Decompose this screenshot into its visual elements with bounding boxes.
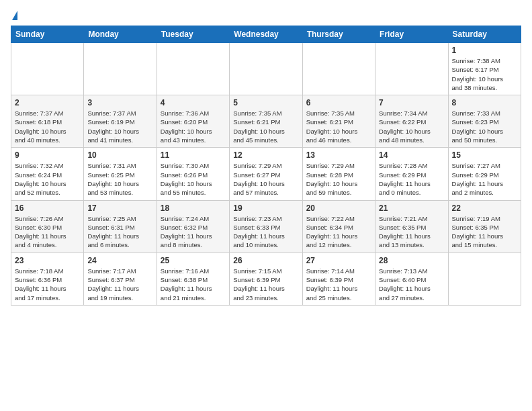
calendar-cell [375, 43, 448, 95]
day-info: Sunrise: 7:17 AM Sunset: 6:37 PM Dayligh… [87, 267, 152, 302]
day-info: Sunrise: 7:19 AM Sunset: 6:35 PM Dayligh… [452, 214, 517, 250]
day-number: 8 [452, 98, 517, 107]
calendar-cell: 12Sunrise: 7:29 AM Sunset: 6:27 PM Dayli… [230, 148, 302, 200]
calendar-cell: 13Sunrise: 7:29 AM Sunset: 6:28 PM Dayli… [302, 148, 375, 200]
day-number: 1 [452, 46, 517, 55]
weekday-header-friday: Friday [375, 26, 448, 43]
day-number: 13 [306, 150, 371, 160]
day-info: Sunrise: 7:29 AM Sunset: 6:27 PM Dayligh… [233, 161, 298, 197]
day-info: Sunrise: 7:30 AM Sunset: 6:26 PM Dayligh… [161, 161, 226, 197]
day-info: Sunrise: 7:34 AM Sunset: 6:22 PM Dayligh… [379, 109, 444, 144]
weekday-header-wednesday: Wednesday [230, 26, 302, 43]
calendar-cell: 19Sunrise: 7:23 AM Sunset: 6:33 PM Dayli… [230, 200, 302, 253]
calendar-cell: 28Sunrise: 7:13 AM Sunset: 6:40 PM Dayli… [375, 253, 448, 305]
calendar-cell: 25Sunrise: 7:16 AM Sunset: 6:38 PM Dayli… [157, 253, 229, 305]
day-info: Sunrise: 7:36 AM Sunset: 6:20 PM Dayligh… [161, 109, 226, 144]
calendar-cell: 22Sunrise: 7:19 AM Sunset: 6:35 PM Dayli… [448, 200, 521, 253]
day-number: 15 [452, 150, 517, 160]
day-info: Sunrise: 7:31 AM Sunset: 6:25 PM Dayligh… [87, 161, 152, 197]
calendar-cell: 17Sunrise: 7:25 AM Sunset: 6:31 PM Dayli… [84, 200, 157, 253]
day-number: 23 [15, 256, 80, 265]
weekday-header-monday: Monday [84, 26, 157, 43]
day-number: 27 [306, 256, 371, 265]
day-number: 26 [233, 256, 298, 265]
calendar-cell: 20Sunrise: 7:22 AM Sunset: 6:34 PM Dayli… [302, 200, 375, 253]
calendar-cell: 21Sunrise: 7:21 AM Sunset: 6:35 PM Dayli… [375, 200, 448, 253]
day-info: Sunrise: 7:18 AM Sunset: 6:36 PM Dayligh… [15, 267, 80, 302]
calendar-cell: 6Sunrise: 7:35 AM Sunset: 6:21 PM Daylig… [302, 95, 375, 148]
page: SundayMondayTuesdayWednesdayThursdayFrid… [0, 0, 532, 411]
week-row-3: 16Sunrise: 7:26 AM Sunset: 6:30 PM Dayli… [11, 200, 521, 253]
calendar-cell [11, 43, 84, 95]
day-number: 24 [87, 256, 152, 265]
calendar-cell: 7Sunrise: 7:34 AM Sunset: 6:22 PM Daylig… [375, 95, 448, 148]
day-info: Sunrise: 7:15 AM Sunset: 6:39 PM Dayligh… [233, 267, 298, 302]
calendar-cell [448, 253, 521, 305]
weekday-header-saturday: Saturday [448, 26, 521, 43]
calendar-cell: 2Sunrise: 7:37 AM Sunset: 6:18 PM Daylig… [11, 95, 84, 148]
calendar-cell: 18Sunrise: 7:24 AM Sunset: 6:32 PM Dayli… [157, 200, 229, 253]
day-info: Sunrise: 7:23 AM Sunset: 6:33 PM Dayligh… [233, 214, 298, 250]
day-number: 22 [452, 203, 517, 213]
week-row-1: 2Sunrise: 7:37 AM Sunset: 6:18 PM Daylig… [11, 95, 521, 148]
calendar-cell: 10Sunrise: 7:31 AM Sunset: 6:25 PM Dayli… [84, 148, 157, 200]
calendar-cell [157, 43, 229, 95]
day-number: 16 [15, 203, 80, 213]
calendar-cell: 16Sunrise: 7:26 AM Sunset: 6:30 PM Dayli… [11, 200, 84, 253]
weekday-header-row: SundayMondayTuesdayWednesdayThursdayFrid… [11, 26, 521, 43]
day-info: Sunrise: 7:16 AM Sunset: 6:38 PM Dayligh… [161, 267, 226, 302]
calendar-cell: 27Sunrise: 7:14 AM Sunset: 6:39 PM Dayli… [302, 253, 375, 305]
week-row-2: 9Sunrise: 7:32 AM Sunset: 6:24 PM Daylig… [11, 148, 521, 200]
calendar-cell: 4Sunrise: 7:36 AM Sunset: 6:20 PM Daylig… [157, 95, 229, 148]
day-number: 25 [161, 256, 226, 265]
calendar-cell: 8Sunrise: 7:33 AM Sunset: 6:23 PM Daylig… [448, 95, 521, 148]
day-info: Sunrise: 7:22 AM Sunset: 6:34 PM Dayligh… [306, 214, 371, 250]
day-info: Sunrise: 7:32 AM Sunset: 6:24 PM Dayligh… [15, 161, 80, 197]
day-info: Sunrise: 7:26 AM Sunset: 6:30 PM Dayligh… [15, 214, 80, 250]
day-number: 5 [233, 98, 298, 107]
day-number: 17 [87, 203, 152, 213]
day-info: Sunrise: 7:25 AM Sunset: 6:31 PM Dayligh… [87, 214, 152, 250]
calendar-cell: 3Sunrise: 7:37 AM Sunset: 6:19 PM Daylig… [84, 95, 157, 148]
day-info: Sunrise: 7:27 AM Sunset: 6:29 PM Dayligh… [452, 161, 517, 197]
day-number: 14 [379, 150, 444, 160]
day-info: Sunrise: 7:24 AM Sunset: 6:32 PM Dayligh… [161, 214, 226, 250]
day-number: 12 [233, 150, 298, 160]
weekday-header-sunday: Sunday [11, 26, 84, 43]
weekday-header-tuesday: Tuesday [157, 26, 229, 43]
calendar-cell [302, 43, 375, 95]
calendar-cell: 24Sunrise: 7:17 AM Sunset: 6:37 PM Dayli… [84, 253, 157, 305]
day-number: 21 [379, 203, 444, 213]
logo-icon [12, 11, 17, 20]
calendar-cell: 11Sunrise: 7:30 AM Sunset: 6:26 PM Dayli… [157, 148, 229, 200]
week-row-4: 23Sunrise: 7:18 AM Sunset: 6:36 PM Dayli… [11, 253, 521, 305]
day-info: Sunrise: 7:33 AM Sunset: 6:23 PM Dayligh… [452, 109, 517, 144]
calendar-cell: 9Sunrise: 7:32 AM Sunset: 6:24 PM Daylig… [11, 148, 84, 200]
day-number: 20 [306, 203, 371, 213]
day-info: Sunrise: 7:37 AM Sunset: 6:18 PM Dayligh… [15, 109, 80, 144]
calendar-cell: 23Sunrise: 7:18 AM Sunset: 6:36 PM Dayli… [11, 253, 84, 305]
header [11, 8, 521, 20]
day-info: Sunrise: 7:28 AM Sunset: 6:29 PM Dayligh… [379, 161, 444, 197]
calendar-cell: 1Sunrise: 7:38 AM Sunset: 6:17 PM Daylig… [448, 43, 521, 95]
day-number: 11 [161, 150, 226, 160]
week-row-0: 1Sunrise: 7:38 AM Sunset: 6:17 PM Daylig… [11, 43, 521, 95]
calendar-cell: 15Sunrise: 7:27 AM Sunset: 6:29 PM Dayli… [448, 148, 521, 200]
weekday-header-thursday: Thursday [302, 26, 375, 43]
calendar-cell: 14Sunrise: 7:28 AM Sunset: 6:29 PM Dayli… [375, 148, 448, 200]
day-info: Sunrise: 7:14 AM Sunset: 6:39 PM Dayligh… [306, 267, 371, 302]
day-number: 6 [306, 98, 371, 107]
calendar-table: SundayMondayTuesdayWednesdayThursdayFrid… [11, 26, 521, 306]
day-info: Sunrise: 7:38 AM Sunset: 6:17 PM Dayligh… [452, 56, 517, 92]
day-number: 9 [15, 150, 80, 160]
calendar-cell [230, 43, 302, 95]
day-number: 19 [233, 203, 298, 213]
day-number: 4 [161, 98, 226, 107]
day-info: Sunrise: 7:21 AM Sunset: 6:35 PM Dayligh… [379, 214, 444, 250]
logo [11, 8, 17, 20]
calendar-cell: 26Sunrise: 7:15 AM Sunset: 6:39 PM Dayli… [230, 253, 302, 305]
day-info: Sunrise: 7:35 AM Sunset: 6:21 PM Dayligh… [233, 109, 298, 144]
calendar-cell: 5Sunrise: 7:35 AM Sunset: 6:21 PM Daylig… [230, 95, 302, 148]
day-number: 28 [379, 256, 444, 265]
day-info: Sunrise: 7:13 AM Sunset: 6:40 PM Dayligh… [379, 267, 444, 302]
